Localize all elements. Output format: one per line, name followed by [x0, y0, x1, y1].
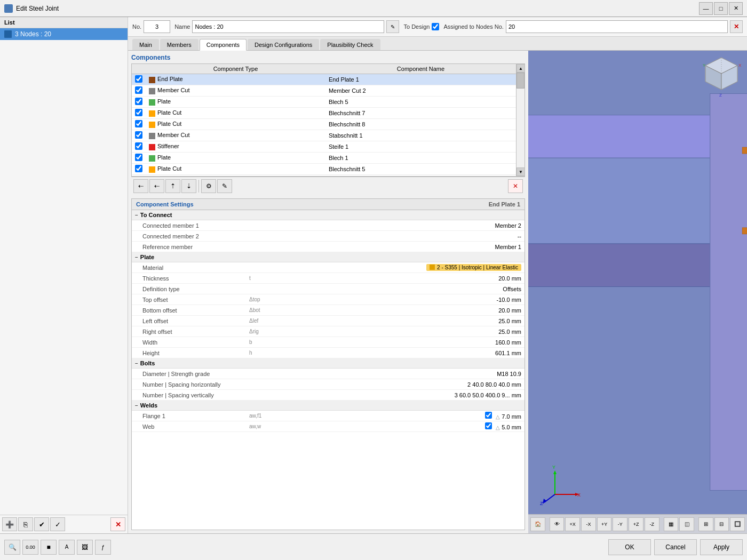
- table-row[interactable]: Plate Cut Blechschnitt 7: [132, 108, 516, 119]
- vp-render-btn[interactable]: 🔲: [730, 517, 745, 531]
- name-input[interactable]: [192, 20, 384, 33]
- viewport-toolbar: 🏠 👁 +X -X +Y -Y +Z -Z ▦ ◫: [528, 514, 747, 533]
- comp-btn-edit[interactable]: ✎: [217, 179, 232, 193]
- tab-design-configs[interactable]: Design Configurations: [248, 39, 319, 50]
- assigned-input[interactable]: [506, 20, 728, 33]
- content-split: Components Component Type: [128, 51, 747, 533]
- to-design-checkbox[interactable]: [432, 23, 439, 30]
- settings-group-header[interactable]: − Welds: [132, 401, 525, 411]
- table-row[interactable]: Member Cut Stabschnitt 1: [132, 130, 516, 141]
- axes-indicator: X Y Z: [539, 462, 582, 507]
- weld-checkbox[interactable]: [485, 412, 492, 419]
- scroll-down-btn[interactable]: ▼: [516, 167, 525, 176]
- row-checkbox[interactable]: [135, 120, 142, 127]
- delete-button[interactable]: ✕: [110, 517, 125, 531]
- table-row[interactable]: End Plate End Plate 1: [132, 74, 516, 85]
- comp-btn-move-up[interactable]: ⇡: [165, 179, 180, 193]
- settings-row: Reference member Member 1: [132, 242, 525, 252]
- comp-btn-delete[interactable]: ✕: [508, 179, 523, 193]
- row-checkbox[interactable]: [135, 142, 142, 150]
- vp-zp-btn[interactable]: +Z: [629, 517, 643, 531]
- vp-home-btn[interactable]: 🏠: [530, 517, 545, 531]
- settings-row: Web aw,w △ 5.0 mm: [132, 421, 525, 432]
- comp-btn-prev[interactable]: ⇠: [149, 179, 164, 193]
- vp-zm-btn[interactable]: -Z: [645, 517, 659, 531]
- table-row[interactable]: Plate Blech 5: [132, 97, 516, 108]
- no-field-group: No.: [132, 20, 170, 33]
- settings-body[interactable]: − To Connect Connected member 1 Member 2…: [132, 210, 525, 530]
- svg-marker-26: [553, 470, 557, 474]
- row-checkbox[interactable]: [135, 165, 142, 172]
- close-button[interactable]: ✕: [729, 2, 743, 15]
- func-tool-btn[interactable]: ƒ: [95, 540, 111, 555]
- minimize-button[interactable]: —: [699, 2, 713, 15]
- table-row[interactable]: Plate Cut Blechschnitt 5: [132, 164, 516, 175]
- row-checkbox[interactable]: [135, 75, 142, 83]
- row-checkbox[interactable]: [135, 98, 142, 105]
- comp-btn-move-down[interactable]: ⇣: [181, 179, 196, 193]
- weld-checkbox[interactable]: [485, 422, 492, 429]
- vp-xm-btn[interactable]: -X: [581, 517, 596, 531]
- settings-key: Web: [142, 423, 249, 430]
- vp-zoom-out-btn[interactable]: ⊟: [714, 517, 729, 531]
- assigned-label: Assigned to Nodes No.: [443, 23, 504, 30]
- tab-members[interactable]: Members: [160, 39, 198, 50]
- row-checkbox[interactable]: [135, 109, 142, 116]
- vp-display-btn[interactable]: ▦: [664, 517, 679, 531]
- tab-plausibility[interactable]: Plausibility Check: [320, 39, 380, 50]
- settings-val: Member 1: [271, 244, 521, 250]
- search-tool-btn[interactable]: 🔍: [4, 540, 20, 555]
- svg-marker-5: [710, 93, 747, 490]
- ok-button[interactable]: OK: [608, 539, 651, 555]
- settings-row: Connected member 2 --: [132, 231, 525, 242]
- comp-btn-settings[interactable]: ⚙: [201, 179, 216, 193]
- check-button[interactable]: ✔: [34, 517, 49, 531]
- numpad-tool-btn[interactable]: 0.00: [22, 540, 38, 555]
- vp-ym-btn[interactable]: -Y: [613, 517, 627, 531]
- table-row[interactable]: Member Cut Member Cut 2: [132, 85, 516, 97]
- table-row[interactable]: Stiffener Steife 1: [132, 141, 516, 153]
- table-row[interactable]: Plate Cut Blechschnitt 8: [132, 119, 516, 130]
- maximize-button[interactable]: □: [714, 2, 728, 15]
- components-scroll-area[interactable]: Component Type Component Name End Plate …: [132, 64, 516, 176]
- settings-row: Connected member 1 Member 2: [132, 220, 525, 231]
- viewport: X Y Z: [528, 51, 747, 533]
- content-area: List 3 Nodes : 20 ➕ ⎘ ✔ ✓ ✕ No.: [0, 17, 747, 533]
- cancel-button[interactable]: Cancel: [654, 539, 697, 555]
- vp-shading-btn[interactable]: ◫: [679, 517, 694, 531]
- scroll-up-btn[interactable]: ▲: [516, 64, 525, 73]
- check2-button[interactable]: ✓: [50, 517, 65, 531]
- table-row[interactable]: Weld Schweißnaht 1: [132, 175, 516, 177]
- settings-unit: Δtop: [249, 297, 271, 302]
- no-input[interactable]: [144, 20, 170, 33]
- components-title: Components: [131, 54, 525, 61]
- row-checkbox[interactable]: [135, 154, 142, 161]
- settings-row: Number | Spacing horizontally 2 40.0 80.…: [132, 379, 525, 390]
- settings-group-header[interactable]: − Bolts: [132, 358, 525, 369]
- row-checkbox[interactable]: [135, 131, 142, 139]
- name-edit-button[interactable]: ✎: [386, 20, 399, 33]
- text-tool-btn[interactable]: A: [59, 540, 75, 555]
- vp-zoom-fit-btn[interactable]: ⊞: [698, 517, 713, 531]
- tab-components[interactable]: Components: [200, 39, 247, 51]
- assigned-clear-button[interactable]: ✕: [730, 20, 743, 33]
- scrollbar-thumb[interactable]: [516, 73, 525, 89]
- image-tool-btn[interactable]: 🖼: [77, 540, 93, 555]
- add-button[interactable]: ➕: [2, 517, 17, 531]
- row-checkbox[interactable]: [135, 86, 142, 94]
- vp-view-btn[interactable]: 👁: [550, 517, 565, 531]
- apply-button[interactable]: Apply: [700, 539, 743, 555]
- comp-btn-first[interactable]: ⇠: [133, 179, 148, 193]
- form-panel: Components Component Type: [128, 51, 528, 533]
- table-row[interactable]: Plate Blech 1: [132, 153, 516, 164]
- vp-yp-btn[interactable]: +Y: [597, 517, 612, 531]
- copy-button[interactable]: ⎘: [18, 517, 33, 531]
- vp-xp-btn[interactable]: +X: [565, 517, 580, 531]
- navigation-cube[interactable]: X Y Z: [700, 55, 743, 99]
- settings-row: Left offset Δlef 25.0 mm: [132, 316, 525, 326]
- settings-group-header[interactable]: − To Connect: [132, 210, 525, 220]
- settings-group-header[interactable]: − Plate: [132, 252, 525, 262]
- cube-tool-btn[interactable]: ■: [41, 540, 57, 555]
- list-item[interactable]: 3 Nodes : 20: [0, 28, 128, 40]
- tab-main[interactable]: Main: [132, 39, 159, 50]
